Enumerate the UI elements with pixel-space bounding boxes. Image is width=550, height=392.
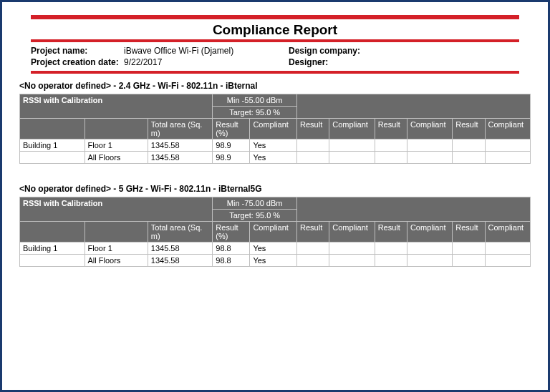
compliant-cell: Yes xyxy=(250,139,297,152)
compliance-table: RSSI with Calibration Min -75.00 dBm Tar… xyxy=(19,197,531,267)
extra-header: Result xyxy=(453,222,485,242)
metric-label: RSSI with Calibration xyxy=(20,94,213,119)
table-header-row-3: Total area (Sq. m) Result (%) Compliant … xyxy=(20,119,531,139)
meta-block: Project name: iBwave Office Wi-Fi (Djame… xyxy=(31,39,519,74)
extra-header: Result xyxy=(375,222,407,242)
project-name-label: Project name: xyxy=(31,45,124,57)
empty-cell xyxy=(375,139,407,152)
metric-label: RSSI with Calibration xyxy=(20,197,213,222)
extra-header: Compliant xyxy=(485,119,530,139)
meta-row-1: Project name: iBwave Office Wi-Fi (Djame… xyxy=(31,45,519,57)
area-header: Total area (Sq. m) xyxy=(148,119,213,139)
empty-cell xyxy=(453,242,485,255)
min-label: Min -75.00 dBm xyxy=(213,197,297,210)
empty-cell xyxy=(485,242,530,255)
compliant-cell: Yes xyxy=(250,242,297,255)
extra-header: Compliant xyxy=(407,119,452,139)
extra-header: Compliant xyxy=(485,222,530,242)
extra-header: Compliant xyxy=(329,119,375,139)
area-cell: 1345.58 xyxy=(148,152,213,164)
building-cell xyxy=(20,152,85,164)
empty-cell xyxy=(297,255,329,267)
empty-header xyxy=(297,94,531,119)
project-name-value: iBwave Office Wi-Fi (Djamel) xyxy=(124,45,289,57)
area-cell: 1345.58 xyxy=(148,255,213,267)
result-cell: 98.9 xyxy=(213,152,250,164)
extra-header: Result xyxy=(297,222,329,242)
blank-col xyxy=(85,222,148,242)
empty-header xyxy=(297,197,531,222)
table-row: Building 1 Floor 1 1345.58 98.8 Yes xyxy=(20,242,531,255)
section-gap xyxy=(19,164,531,180)
section-heading: <No operator defined> - 5 GHz - Wi-Fi - … xyxy=(19,184,531,194)
meta-row-2: Project creation date: 9/22/2017 Designe… xyxy=(31,57,519,68)
empty-cell xyxy=(329,139,375,152)
result-header: Result (%) xyxy=(213,222,250,242)
area-header-text: Total area (Sq. m) xyxy=(151,223,210,240)
extra-header: Result xyxy=(375,119,407,139)
floor-cell: Floor 1 xyxy=(85,242,148,255)
compliance-table: RSSI with Calibration Min -55.00 dBm Tar… xyxy=(19,94,531,164)
building-cell xyxy=(20,255,85,267)
blank-col xyxy=(20,222,85,242)
result-header-text: Result (%) xyxy=(216,120,246,137)
designer-label: Designer: xyxy=(289,57,389,68)
building-cell: Building 1 xyxy=(20,242,85,255)
section-heading: <No operator defined> - 2.4 GHz - Wi-Fi … xyxy=(19,81,531,91)
target-label: Target: 95.0 % xyxy=(213,107,297,119)
area-header-text: Total area (Sq. m) xyxy=(151,120,210,137)
table-header-row-3: Total area (Sq. m) Result (%) Compliant … xyxy=(20,222,531,242)
table-row: All Floors 1345.58 98.9 Yes xyxy=(20,152,531,164)
design-company-label: Design company: xyxy=(289,45,389,57)
area-header: Total area (Sq. m) xyxy=(148,222,213,242)
min-label: Min -55.00 dBm xyxy=(213,94,297,107)
report-page: Compliance Report Project name: iBwave O… xyxy=(0,0,550,392)
compliant-cell: Yes xyxy=(250,255,297,267)
compliant-cell: Yes xyxy=(250,152,297,164)
area-cell: 1345.58 xyxy=(148,242,213,255)
result-header-text: Result (%) xyxy=(216,223,246,240)
empty-cell xyxy=(375,255,407,267)
extra-header: Compliant xyxy=(329,222,375,242)
empty-cell xyxy=(485,152,530,164)
empty-cell xyxy=(485,255,530,267)
empty-cell xyxy=(297,139,329,152)
title-wrap: Compliance Report xyxy=(19,22,531,38)
area-cell: 1345.58 xyxy=(148,139,213,152)
empty-cell xyxy=(375,152,407,164)
result-header: Result (%) xyxy=(213,119,250,139)
empty-cell xyxy=(329,255,375,267)
empty-cell xyxy=(297,152,329,164)
blank-col xyxy=(85,119,148,139)
extra-header: Result xyxy=(297,119,329,139)
extra-header: Result xyxy=(453,119,485,139)
result-cell: 98.9 xyxy=(213,139,250,152)
table-header-row-1: RSSI with Calibration Min -75.00 dBm xyxy=(20,197,531,210)
creation-date-value: 9/22/2017 xyxy=(124,57,289,68)
empty-cell xyxy=(407,255,452,267)
empty-cell xyxy=(407,242,452,255)
floor-cell: All Floors xyxy=(85,255,148,267)
empty-cell xyxy=(297,242,329,255)
empty-cell xyxy=(453,139,485,152)
floor-cell: All Floors xyxy=(85,152,148,164)
table-header-row-1: RSSI with Calibration Min -55.00 dBm xyxy=(20,94,531,107)
empty-cell xyxy=(407,152,452,164)
compliant-header: Compliant xyxy=(250,222,297,242)
empty-cell xyxy=(453,152,485,164)
building-cell: Building 1 xyxy=(20,139,85,152)
table-row: Building 1 Floor 1 1345.58 98.9 Yes xyxy=(20,139,531,152)
empty-cell xyxy=(485,139,530,152)
empty-cell xyxy=(375,242,407,255)
compliant-header: Compliant xyxy=(250,119,297,139)
page-title: Compliance Report xyxy=(213,22,337,37)
floor-cell: Floor 1 xyxy=(85,139,148,152)
empty-cell xyxy=(329,152,375,164)
result-cell: 98.8 xyxy=(213,242,250,255)
blank-col xyxy=(20,119,85,139)
empty-cell xyxy=(453,255,485,267)
target-label: Target: 95.0 % xyxy=(213,210,297,222)
extra-header: Compliant xyxy=(407,222,452,242)
creation-date-label: Project creation date: xyxy=(31,57,124,68)
top-red-bar xyxy=(31,15,519,19)
